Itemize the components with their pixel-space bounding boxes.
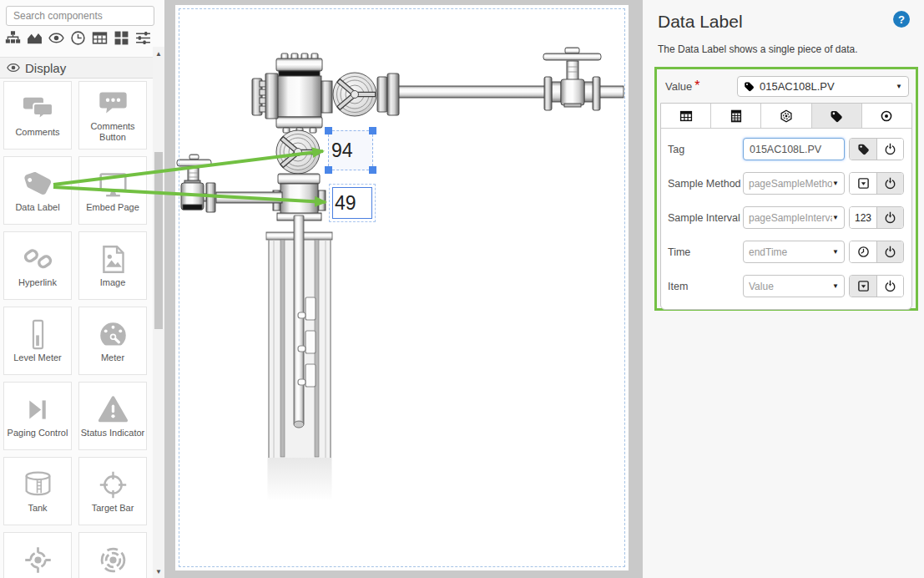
tag-icon [744, 81, 755, 92]
component-tile-embed-page[interactable]: Embed Page [78, 156, 147, 225]
inherit-icon [884, 280, 896, 292]
field-row-item: Item Value ▼ [668, 275, 906, 297]
component-tile-target-value-2[interactable]: Target Value [78, 532, 147, 578]
component-tile-comments[interactable]: Comments [3, 81, 72, 150]
value-select[interactable]: 015AC108L.PV ▼ [737, 76, 909, 97]
wellhead-diagram [175, 5, 629, 570]
component-tile-target-bar[interactable]: Target Bar [78, 457, 147, 525]
clock-mode-button[interactable] [850, 241, 876, 262]
resize-handle[interactable] [325, 127, 332, 134]
tag-input[interactable] [743, 138, 845, 160]
dropdown-mode-button[interactable] [850, 173, 876, 194]
table-icon [679, 109, 693, 123]
eye-icon [7, 61, 20, 74]
tab-spreadsheet[interactable] [710, 104, 760, 128]
bullseye-crosshair-icon [23, 545, 53, 575]
component-label: Meter [101, 352, 124, 363]
component-tile-status-indicator[interactable]: Status Indicator [78, 382, 147, 450]
field-row-time: Time endTime ▼ [668, 241, 906, 263]
chevron-down-icon: ▼ [832, 180, 839, 187]
level-bar-icon [23, 319, 53, 350]
scroll-up-arrow[interactable]: ▲ [153, 48, 164, 58]
data-label-component-94[interactable]: 94 [328, 130, 373, 170]
inherit-mode-button[interactable] [876, 276, 903, 297]
trend-chart-icon[interactable] [27, 30, 43, 46]
component-tile-hyperlink[interactable]: Hyperlink [3, 231, 72, 300]
tab-live-value[interactable] [861, 104, 911, 128]
inherit-icon [884, 246, 896, 258]
time-clock-icon[interactable] [70, 30, 86, 46]
field-label: Tag [668, 144, 743, 155]
table-icon[interactable] [92, 30, 108, 46]
chevron-down-icon: ▼ [896, 83, 902, 90]
component-tile-paging-control[interactable]: Paging Control [3, 382, 72, 450]
chevron-down-icon: ▼ [832, 248, 839, 256]
clock-icon [857, 246, 870, 258]
search-input[interactable] [6, 6, 154, 26]
value-row: Value* 015AC108L.PV ▼ [657, 69, 916, 101]
select-value: pageSampleMethod [749, 178, 832, 190]
component-sidebar: Display Comments Comments Button Data La… [0, 0, 164, 578]
time-select[interactable]: endTime ▼ [743, 241, 845, 263]
inherit-mode-button[interactable] [876, 173, 903, 194]
target-dot-icon [880, 109, 893, 123]
sample-interval-select[interactable]: pageSampleInterval ▼ [743, 206, 845, 229]
sample-method-select[interactable]: pageSampleMethod ▼ [743, 172, 845, 195]
resize-handle[interactable] [369, 127, 376, 134]
bullseye-rings-icon [98, 545, 129, 575]
section-title: Display [25, 61, 66, 75]
component-tile-image[interactable]: Image [78, 231, 147, 300]
select-value: Value [749, 281, 832, 292]
value-selected-text: 015AC108L.PV [760, 80, 891, 93]
inherit-mode-button[interactable] [876, 241, 903, 262]
component-label: Target Bar [92, 503, 134, 514]
sidebar-scrollbar[interactable]: ▲ ▼ [153, 47, 164, 578]
category-toolbar [5, 30, 151, 46]
data-label-component-49[interactable]: 49 [332, 187, 372, 219]
inherit-mode-button[interactable] [876, 139, 903, 160]
tag-mode-button[interactable] [850, 139, 876, 160]
data-label-value: 49 [335, 192, 356, 215]
numeric-mode-button[interactable]: 123 [850, 207, 876, 228]
tag-icon [830, 109, 843, 123]
component-label: Paging Control [8, 428, 68, 439]
chain-links-icon [23, 244, 53, 275]
components-tree-icon[interactable] [5, 30, 21, 46]
dashboard-blocks-icon[interactable] [114, 30, 129, 46]
component-tile-comments-button[interactable]: Comments Button [78, 81, 147, 150]
component-label: Level Meter [13, 352, 61, 363]
component-label: Status Indicator [81, 428, 144, 439]
tab-tag[interactable] [811, 104, 861, 128]
settings-sliders-icon[interactable] [135, 30, 151, 46]
hexagon-asset-icon [780, 109, 793, 123]
display-eye-icon[interactable] [48, 30, 64, 46]
select-value: pageSampleInterval [749, 212, 832, 224]
data-label-selection-49[interactable]: 49 [329, 184, 376, 222]
resize-handle[interactable] [325, 166, 332, 174]
inherit-mode-button[interactable] [876, 207, 903, 228]
scrollbar-thumb[interactable] [154, 152, 163, 329]
chevron-down-icon: ▼ [832, 214, 839, 221]
component-tile-data-label[interactable]: Data Label [3, 156, 72, 225]
resize-handle[interactable] [369, 166, 376, 174]
component-label: Hyperlink [18, 277, 57, 288]
component-label: Embed Page [86, 202, 139, 213]
scroll-down-arrow[interactable]: ▼ [153, 566, 164, 576]
component-tile-tank[interactable]: Tank [3, 457, 72, 525]
comments-icon [23, 94, 53, 124]
box-caret-icon [857, 177, 870, 190]
component-tile-level-meter[interactable]: Level Meter [3, 307, 72, 375]
warning-triangle-icon [98, 394, 129, 425]
data-label-value: 94 [331, 131, 353, 170]
panel-title: Data Label [658, 12, 743, 32]
tab-asset[interactable] [760, 104, 810, 128]
section-display[interactable]: Display [0, 57, 153, 79]
component-tile-target-value-1[interactable]: Target Value [3, 532, 72, 578]
item-select[interactable]: Value ▼ [743, 275, 845, 297]
component-tile-meter[interactable]: Meter [78, 307, 147, 375]
tab-table[interactable] [661, 104, 710, 128]
component-list: Comments Comments Button Data Label Embe… [3, 81, 150, 578]
help-icon[interactable]: ? [893, 11, 910, 28]
design-page[interactable]: 94 49 [175, 5, 629, 570]
dropdown-mode-button[interactable] [850, 276, 876, 297]
